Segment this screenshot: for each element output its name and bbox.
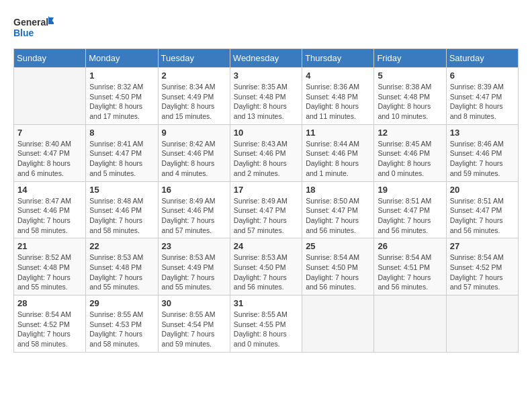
day-number: 7	[17, 128, 82, 138]
calendar-cell: 12Sunrise: 8:45 AM Sunset: 4:46 PM Dayli…	[374, 124, 446, 181]
day-number: 14	[17, 185, 82, 195]
day-number: 25	[306, 241, 370, 251]
svg-text:General: General	[13, 17, 48, 28]
day-number: 13	[450, 128, 515, 138]
calendar-cell: 2Sunrise: 8:34 AM Sunset: 4:49 PM Daylig…	[158, 68, 230, 125]
day-number: 12	[378, 128, 442, 138]
calendar-cell: 10Sunrise: 8:43 AM Sunset: 4:46 PM Dayli…	[230, 124, 302, 181]
calendar-cell: 6Sunrise: 8:39 AM Sunset: 4:47 PM Daylig…	[446, 68, 518, 125]
calendar-cell: 24Sunrise: 8:53 AM Sunset: 4:50 PM Dayli…	[230, 238, 302, 295]
calendar-cell: 30Sunrise: 8:55 AM Sunset: 4:54 PM Dayli…	[158, 295, 230, 353]
day-number: 5	[378, 71, 442, 81]
day-number: 1	[89, 71, 154, 81]
day-number: 29	[89, 298, 154, 308]
day-number: 4	[306, 71, 370, 81]
week-row-5: 28Sunrise: 8:54 AM Sunset: 4:52 PM Dayli…	[14, 295, 519, 353]
day-info: Sunrise: 8:51 AM Sunset: 4:47 PM Dayligh…	[378, 196, 442, 236]
calendar-cell: 29Sunrise: 8:55 AM Sunset: 4:53 PM Dayli…	[86, 295, 158, 353]
day-number: 11	[306, 128, 370, 138]
day-info: Sunrise: 8:39 AM Sunset: 4:47 PM Dayligh…	[450, 82, 515, 122]
day-info: Sunrise: 8:43 AM Sunset: 4:46 PM Dayligh…	[234, 139, 298, 179]
day-number: 20	[450, 185, 515, 195]
calendar-cell: 15Sunrise: 8:48 AM Sunset: 4:46 PM Dayli…	[86, 181, 158, 238]
day-number: 24	[234, 241, 298, 251]
day-info: Sunrise: 8:32 AM Sunset: 4:50 PM Dayligh…	[89, 82, 154, 122]
calendar-cell: 21Sunrise: 8:52 AM Sunset: 4:48 PM Dayli…	[14, 238, 86, 295]
day-info: Sunrise: 8:49 AM Sunset: 4:46 PM Dayligh…	[162, 196, 226, 236]
day-info: Sunrise: 8:46 AM Sunset: 4:46 PM Dayligh…	[450, 139, 515, 179]
day-info: Sunrise: 8:50 AM Sunset: 4:47 PM Dayligh…	[306, 196, 370, 236]
day-number: 2	[162, 71, 226, 81]
calendar-cell: 26Sunrise: 8:54 AM Sunset: 4:51 PM Dayli…	[374, 238, 446, 295]
day-number: 3	[234, 71, 298, 81]
logo-svg: General Blue	[13, 13, 54, 42]
calendar-cell: 9Sunrise: 8:42 AM Sunset: 4:46 PM Daylig…	[158, 124, 230, 181]
day-number: 16	[162, 185, 226, 195]
day-info: Sunrise: 8:47 AM Sunset: 4:46 PM Dayligh…	[17, 196, 82, 236]
day-info: Sunrise: 8:55 AM Sunset: 4:53 PM Dayligh…	[89, 310, 154, 349]
day-info: Sunrise: 8:51 AM Sunset: 4:47 PM Dayligh…	[450, 196, 515, 236]
day-info: Sunrise: 8:42 AM Sunset: 4:46 PM Dayligh…	[162, 139, 226, 179]
calendar-cell: 11Sunrise: 8:44 AM Sunset: 4:46 PM Dayli…	[302, 124, 374, 181]
calendar-cell: 13Sunrise: 8:46 AM Sunset: 4:46 PM Dayli…	[446, 124, 518, 181]
logo: General Blue	[13, 13, 54, 42]
day-info: Sunrise: 8:41 AM Sunset: 4:47 PM Dayligh…	[89, 139, 154, 179]
day-info: Sunrise: 8:49 AM Sunset: 4:47 PM Dayligh…	[234, 196, 298, 236]
day-info: Sunrise: 8:34 AM Sunset: 4:49 PM Dayligh…	[162, 82, 226, 122]
column-header-thursday: Thursday	[302, 49, 374, 68]
day-info: Sunrise: 8:55 AM Sunset: 4:55 PM Dayligh…	[234, 310, 298, 349]
column-header-saturday: Saturday	[446, 49, 518, 68]
calendar-cell	[14, 68, 86, 125]
column-header-friday: Friday	[374, 49, 446, 68]
day-number: 27	[450, 241, 515, 251]
day-number: 15	[89, 185, 154, 195]
day-info: Sunrise: 8:53 AM Sunset: 4:50 PM Dayligh…	[234, 253, 298, 292]
day-number: 23	[162, 241, 226, 251]
calendar-cell: 22Sunrise: 8:53 AM Sunset: 4:48 PM Dayli…	[86, 238, 158, 295]
calendar-cell: 16Sunrise: 8:49 AM Sunset: 4:46 PM Dayli…	[158, 181, 230, 238]
day-number: 17	[234, 185, 298, 195]
calendar-cell: 18Sunrise: 8:50 AM Sunset: 4:47 PM Dayli…	[302, 181, 374, 238]
day-number: 18	[306, 185, 370, 195]
calendar-cell: 27Sunrise: 8:54 AM Sunset: 4:52 PM Dayli…	[446, 238, 518, 295]
day-info: Sunrise: 8:45 AM Sunset: 4:46 PM Dayligh…	[378, 139, 442, 179]
day-number: 28	[17, 298, 82, 308]
calendar-header-row: SundayMondayTuesdayWednesdayThursdayFrid…	[14, 49, 519, 68]
week-row-1: 1Sunrise: 8:32 AM Sunset: 4:50 PM Daylig…	[14, 68, 519, 125]
week-row-2: 7Sunrise: 8:40 AM Sunset: 4:47 PM Daylig…	[14, 124, 519, 181]
calendar-cell: 14Sunrise: 8:47 AM Sunset: 4:46 PM Dayli…	[14, 181, 86, 238]
column-header-tuesday: Tuesday	[158, 49, 230, 68]
calendar-cell: 7Sunrise: 8:40 AM Sunset: 4:47 PM Daylig…	[14, 124, 86, 181]
day-info: Sunrise: 8:52 AM Sunset: 4:48 PM Dayligh…	[17, 253, 82, 292]
day-info: Sunrise: 8:38 AM Sunset: 4:48 PM Dayligh…	[378, 82, 442, 122]
day-number: 10	[234, 128, 298, 138]
calendar-cell: 19Sunrise: 8:51 AM Sunset: 4:47 PM Dayli…	[374, 181, 446, 238]
svg-text:Blue: Blue	[13, 28, 34, 38]
day-info: Sunrise: 8:54 AM Sunset: 4:52 PM Dayligh…	[450, 253, 515, 292]
calendar-cell: 31Sunrise: 8:55 AM Sunset: 4:55 PM Dayli…	[230, 295, 302, 353]
calendar-cell: 28Sunrise: 8:54 AM Sunset: 4:52 PM Dayli…	[14, 295, 86, 353]
calendar-cell	[302, 295, 374, 353]
calendar-cell: 17Sunrise: 8:49 AM Sunset: 4:47 PM Dayli…	[230, 181, 302, 238]
day-number: 6	[450, 71, 515, 81]
calendar-cell: 8Sunrise: 8:41 AM Sunset: 4:47 PM Daylig…	[86, 124, 158, 181]
calendar-cell: 23Sunrise: 8:53 AM Sunset: 4:49 PM Dayli…	[158, 238, 230, 295]
column-header-wednesday: Wednesday	[230, 49, 302, 68]
calendar-cell: 4Sunrise: 8:36 AM Sunset: 4:48 PM Daylig…	[302, 68, 374, 125]
calendar-cell: 1Sunrise: 8:32 AM Sunset: 4:50 PM Daylig…	[86, 68, 158, 125]
day-number: 26	[378, 241, 442, 251]
week-row-3: 14Sunrise: 8:47 AM Sunset: 4:46 PM Dayli…	[14, 181, 519, 238]
calendar-cell: 3Sunrise: 8:35 AM Sunset: 4:48 PM Daylig…	[230, 68, 302, 125]
day-info: Sunrise: 8:40 AM Sunset: 4:47 PM Dayligh…	[17, 139, 82, 179]
calendar-cell	[446, 295, 518, 353]
page-header: General Blue	[13, 13, 519, 42]
day-info: Sunrise: 8:54 AM Sunset: 4:52 PM Dayligh…	[17, 310, 82, 349]
column-header-monday: Monday	[86, 49, 158, 68]
day-number: 21	[17, 241, 82, 251]
day-info: Sunrise: 8:55 AM Sunset: 4:54 PM Dayligh…	[162, 310, 226, 349]
day-info: Sunrise: 8:35 AM Sunset: 4:48 PM Dayligh…	[234, 82, 298, 122]
day-number: 8	[89, 128, 154, 138]
day-number: 30	[162, 298, 226, 308]
day-number: 19	[378, 185, 442, 195]
calendar-cell: 5Sunrise: 8:38 AM Sunset: 4:48 PM Daylig…	[374, 68, 446, 125]
